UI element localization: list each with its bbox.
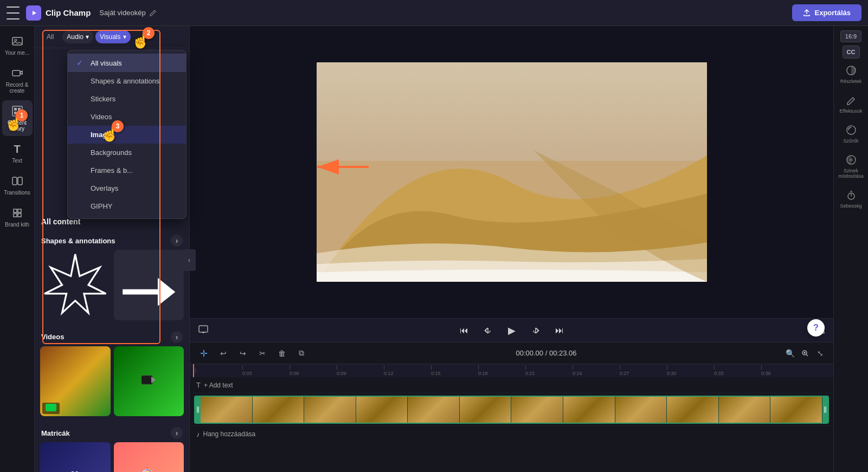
- effects-icon: [845, 64, 858, 77]
- play-pause-button[interactable]: ▶: [504, 323, 519, 338]
- sidebar-item-brand[interactable]: Brand kith: [2, 202, 33, 232]
- speed-label: Sebesség: [840, 203, 861, 209]
- rewind-button[interactable]: [480, 323, 496, 338]
- right-sidebar-item-effects[interactable]: Részletek: [836, 60, 866, 88]
- right-sidebar-item-color[interactable]: Szinek módosítása: [836, 149, 866, 183]
- dropdown-item-shapes[interactable]: Shapes & annotations: [68, 72, 186, 90]
- timeline-playhead[interactable]: [193, 364, 194, 377]
- timeline-add-button[interactable]: [196, 346, 211, 361]
- sticker-thumb-1[interactable]: Like: [40, 442, 111, 472]
- svg-marker-13: [151, 377, 156, 383]
- forward-button[interactable]: [528, 323, 543, 338]
- filter-tab-audio[interactable]: Audio ▾: [62, 30, 93, 43]
- video-preview[interactable]: [317, 62, 707, 282]
- sticker-thumb-2[interactable]: 🍭: [114, 442, 184, 472]
- ruler-mark-5: 0:15: [431, 365, 478, 376]
- sidebar-item-content[interactable]: Content library: [2, 100, 33, 136]
- logo-icon: [26, 5, 41, 21]
- content-scroll-area[interactable]: All content Shapes & annotations ›: [35, 211, 189, 472]
- content-panel: All Audio ▾ Visuals ▾ ✓ All visuals Shap…: [35, 26, 190, 472]
- record-icon: [11, 67, 24, 80]
- help-button[interactable]: ?: [807, 319, 825, 337]
- edit-effects-label: Effektusok: [840, 108, 863, 114]
- filter-tab-visuals[interactable]: Visuals ▾: [95, 30, 130, 43]
- sidebar-item-record[interactable]: Record & create: [2, 62, 33, 98]
- ruler-mark-1: 0:03: [242, 365, 290, 376]
- sidebar-item-transitions[interactable]: Transitions: [2, 170, 33, 200]
- svg-rect-12: [142, 376, 152, 384]
- edit-project-name-icon[interactable]: [149, 9, 157, 17]
- video-frame-7: [511, 397, 563, 423]
- redo-button[interactable]: ↪: [235, 346, 250, 361]
- videos-more-button[interactable]: ›: [171, 331, 183, 343]
- right-sidebar: 16:9 CC Részletek Effektusok: [833, 26, 868, 472]
- dropdown-item-stickers[interactable]: Stickers: [68, 90, 186, 108]
- effects-label: Részletek: [840, 79, 862, 84]
- dropdown-item-giphy[interactable]: GIPHY: [68, 197, 186, 215]
- svg-point-3: [15, 39, 17, 41]
- visuals-dropdown-chevron: ▾: [123, 33, 126, 41]
- shapes-section-header: Shapes & annotations ›: [40, 230, 184, 250]
- sidebar-item-media[interactable]: Your me...: [2, 30, 33, 60]
- add-audio-label[interactable]: Hang hozzáadása: [203, 430, 256, 438]
- ruler-mark-11: 0:33: [714, 365, 761, 376]
- delete-button[interactable]: 🗑: [274, 346, 290, 361]
- center-area: ⏮ ▶ ⏭: [190, 26, 833, 472]
- skip-back-button[interactable]: ⏮: [456, 323, 472, 338]
- dropdown-item-backgrounds[interactable]: Backgrounds: [68, 144, 186, 161]
- dropdown-item-all-visuals[interactable]: ✓ All visuals: [68, 54, 186, 72]
- dropdown-item-frames[interactable]: Frames & b...: [68, 161, 186, 179]
- video-thumb-2[interactable]: [114, 346, 184, 417]
- dropdown-item-images[interactable]: Images: [68, 126, 186, 144]
- ruler-mark-9: 0:27: [620, 365, 667, 376]
- undo-button[interactable]: ↩: [216, 346, 231, 361]
- content-library-icon: [11, 105, 24, 118]
- video-track-frames: [201, 397, 822, 423]
- color-icon: [845, 153, 858, 166]
- right-sidebar-item-edit-effects[interactable]: Effektusok: [836, 89, 866, 118]
- right-sidebar-item-speed[interactable]: Sebesség: [836, 184, 866, 213]
- audio-track-row: ♪ Hang hozzáadása: [190, 426, 833, 442]
- aspect-ratio-badge[interactable]: 16:9: [840, 30, 861, 42]
- right-sidebar-item-filters[interactable]: Szűrők: [836, 119, 866, 148]
- zoom-out-button[interactable]: 🔍: [783, 347, 796, 360]
- svg-rect-22: [824, 406, 825, 413]
- collapse-panel-button[interactable]: ‹: [183, 249, 196, 271]
- shapes-more-button[interactable]: ›: [171, 235, 183, 247]
- captions-badge[interactable]: CC: [843, 46, 860, 59]
- svg-rect-16: [199, 326, 208, 332]
- video-clip-end-handle[interactable]: [822, 397, 828, 423]
- audio-track-icon: ♪: [196, 430, 200, 438]
- cut-button[interactable]: ✂: [255, 346, 270, 361]
- shapes-thumb-1[interactable]: [40, 250, 111, 320]
- ruler-mark-12: 0:36: [761, 365, 808, 376]
- video-track-section: [190, 393, 833, 426]
- ruler-mark-7: 0:21: [525, 365, 573, 376]
- color-label: Szinek módosítása: [838, 168, 864, 179]
- video-clip-start-handle[interactable]: [195, 397, 201, 423]
- sidebar-item-text[interactable]: T Text: [2, 138, 33, 168]
- stickers-more-button[interactable]: ›: [171, 427, 183, 439]
- hamburger-menu-button[interactable]: [7, 7, 20, 20]
- copy-button[interactable]: ⧉: [294, 346, 309, 361]
- timeline-toolbar: ↩ ↪ ✂ 🗑 ⧉ 00:00.00 / 00:23.06 🔍 ⤡: [190, 342, 833, 364]
- fit-timeline-button[interactable]: ⤡: [814, 347, 827, 360]
- svg-rect-8: [14, 112, 17, 114]
- dropdown-item-videos[interactable]: Videos: [68, 108, 186, 126]
- video-track-clip[interactable]: [194, 396, 829, 424]
- app-name: Clip Champ: [46, 8, 91, 17]
- video-thumb-1[interactable]: [40, 346, 111, 417]
- shapes-thumb-2[interactable]: [114, 250, 184, 320]
- timeline-tracks[interactable]: T + Add text: [190, 377, 833, 472]
- screen-mode-button[interactable]: [198, 325, 208, 336]
- filter-tab-all[interactable]: All: [40, 30, 60, 43]
- video-frame-9: [615, 397, 667, 423]
- video-controls: ⏮ ▶ ⏭: [190, 318, 833, 342]
- dropdown-item-overlays[interactable]: Overlays: [68, 179, 186, 197]
- export-button[interactable]: Exportálás: [792, 4, 861, 21]
- zoom-in-button[interactable]: [799, 347, 812, 360]
- skip-forward-button[interactable]: ⏭: [552, 323, 567, 338]
- filters-icon: [845, 124, 858, 137]
- media-icon: [11, 35, 24, 48]
- add-text-label[interactable]: + Add text: [204, 382, 233, 389]
